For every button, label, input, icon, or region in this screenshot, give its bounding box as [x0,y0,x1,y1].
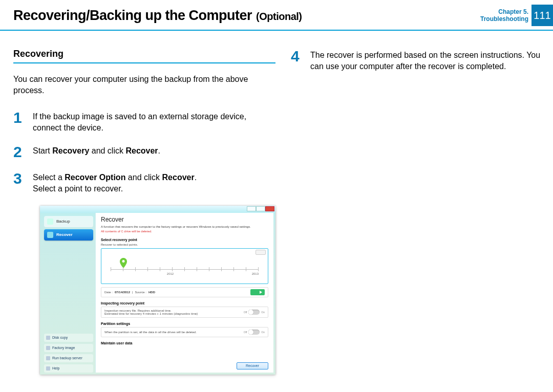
date-value: 07/14/2012 [115,291,130,294]
panel-warning: All contents of C drive will be deleted. [101,230,268,233]
step-number: 1 [13,110,26,133]
select-point-sub: Recover to selected points. [101,243,268,246]
partition-toggle[interactable] [248,330,260,335]
chapter-line1: Chapter 5. [480,8,528,15]
t: . [158,146,160,155]
step-2: 2 Start Recovery and click Recover. [13,144,275,160]
label: Recover [56,232,73,237]
t: . [195,173,197,182]
close-button[interactable] [265,206,274,211]
chapter-line2: Troubleshooting [480,15,528,23]
app-sidebar: Backup Recover Disk copy Factory image R… [42,213,95,373]
tick-label: 2012 [167,272,174,275]
page-number-badge: 111 [531,5,553,26]
date-source-row: Date : 07/14/2012 | Source : HDD [101,287,268,297]
step-3: 3 Select a Recover Option and click Reco… [13,171,275,194]
bold: Recover Option [65,173,125,182]
title-optional: (Optional) [256,11,302,23]
sidebar-item-backup[interactable]: Backup [44,216,93,227]
select-point-label: Select recovery point [101,238,268,242]
bold: Recovery [52,146,89,155]
partition-desc: When the partition is set, all the data … [104,331,197,334]
label: Factory image [52,346,75,350]
tick-label: 2013 [252,272,259,275]
page-title: Recovering/Backing up the Computer (Opti… [13,8,302,24]
app-main-panel: Recover A function that recovers the com… [95,213,273,373]
t: Select a [33,173,65,182]
step-text: If the backup image is saved to an exter… [33,110,275,133]
page-number: 111 [534,10,550,21]
timeline-box: 2012 2013 [101,248,268,284]
backup-icon [47,219,53,225]
step-1: 1 If the backup image is saved to an ext… [13,110,275,133]
toggle-on-label: On [261,311,265,314]
timeline-tick-labels: 2012 2013 [111,272,259,275]
toggle-on-label: On [261,331,265,334]
left-column: Recovering You can recover your computer… [13,49,275,387]
t: and click [125,173,162,182]
bold: Recover [125,146,158,155]
label: Help [52,366,59,370]
t2: Select a point to recover. [33,184,123,193]
recovery-app-window: Backup Recover Disk copy Factory image R… [40,206,275,375]
maximize-button[interactable] [256,206,265,211]
date-label: Date : [104,291,113,294]
step-number: 4 [291,49,303,72]
server-icon [46,356,50,360]
title-bar [40,206,275,213]
panel-title: Recover [101,216,268,223]
step-text: The recover is performed based on the sc… [310,49,543,72]
title-text: Recovering/Backing up the Computer [13,8,252,24]
chapter-label: Chapter 5. Troubleshooting [480,8,528,23]
recover-button-label: Recover [246,364,259,367]
panel-desc: A function that recovers the computer to… [101,225,268,229]
partition-label: Partition settings [101,322,268,325]
label: Run backup server [52,356,82,360]
t: and click [89,146,125,155]
header-right: Chapter 5. Troubleshooting 111 [480,0,553,31]
step-number: 3 [13,171,26,194]
disk-copy-icon [46,336,50,340]
section-heading: Recovering [13,49,275,63]
t: Start [33,146,52,155]
sidebar-link-factory-image[interactable]: Factory image [44,344,93,352]
timeline[interactable]: 2012 2013 [105,252,264,280]
step-text: Select a Recover Option and click Recove… [33,171,197,194]
intro-text: You can recover your computer using the … [13,74,275,96]
sidebar-link-disk-copy[interactable]: Disk copy [44,334,93,342]
maintain-label: Maintain user data [101,341,268,345]
recover-button[interactable]: Recover [237,362,268,369]
inspecting-desc: Inspection recovery file. Requires addit… [104,309,198,315]
inspect-toggle[interactable] [248,310,260,315]
source-value: HDD [148,291,155,294]
label: Backup [56,219,70,224]
sidebar-item-recover[interactable]: Recover [44,229,93,241]
factory-image-icon [46,346,50,350]
help-icon [46,366,50,371]
inspecting-row: Inspection recovery file. Requires addit… [101,307,268,318]
timeline-ticks [111,267,259,271]
sidebar-link-run-backup-server[interactable]: Run backup server [44,354,93,362]
window-buttons [247,206,274,211]
partition-row: When the partition is set, all the data … [101,327,268,337]
minimize-button[interactable] [247,206,256,211]
label: Disk copy [52,336,68,339]
svg-point-0 [122,260,125,263]
step-text: Start Recovery and click Recover. [33,144,160,160]
recovery-point-pin-icon[interactable] [120,258,127,268]
toggle-off-label: Off [244,331,247,334]
source-label: Source : [135,291,146,294]
toggle-off-label: Off [244,311,247,314]
bold: Recover [162,173,195,182]
header-underline [0,30,553,31]
step-4: 4 The recover is performed based on the … [291,49,543,72]
proceed-button[interactable] [250,289,265,295]
right-column: 4 The recover is performed based on the … [291,49,543,387]
page-header: Recovering/Backing up the Computer (Opti… [0,0,553,31]
sidebar-link-help[interactable]: Help [44,364,93,373]
step-number: 2 [13,144,26,160]
inspecting-label: Inspecting recovery point [101,301,268,305]
recover-icon [47,232,53,238]
